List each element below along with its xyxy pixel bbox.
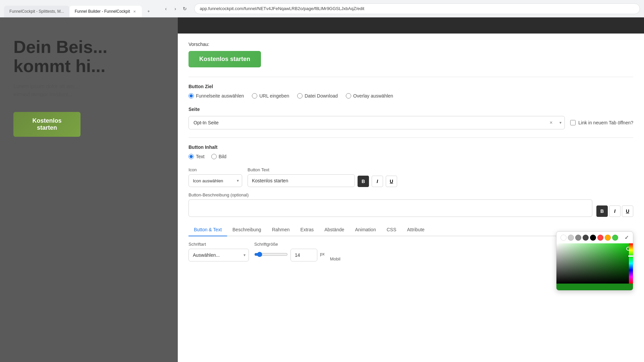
tab-abstaende[interactable]: Abstände <box>319 224 350 236</box>
tab-button-text[interactable]: Button & Text <box>189 224 227 236</box>
refresh-button[interactable]: ↻ <box>181 5 189 13</box>
option-url-label: URL eingeben <box>259 93 289 99</box>
chevron-down-icon[interactable]: ▾ <box>559 120 561 125</box>
slider-wrapper <box>254 252 288 258</box>
url-text: app.funnelcockpit.com/funnel/NETv4JFeNqa… <box>200 6 365 11</box>
beschreibung-label: Button-Beschreibung (optional) <box>189 192 633 197</box>
swatch-red[interactable] <box>597 235 603 241</box>
px-label: px <box>320 251 325 256</box>
tab-attribute[interactable]: Attribute <box>401 224 430 236</box>
option-text[interactable]: Text <box>189 154 205 159</box>
desc-format-btns: B I U <box>596 205 633 217</box>
divider-1 <box>189 77 633 77</box>
new-tab-label: Link in neuem Tab öffnen? <box>578 120 633 125</box>
color-picker: ✓ <box>556 231 633 291</box>
seite-title: Seite <box>189 107 633 112</box>
button-inhalt-section: Button Inhalt Text Bild <box>189 144 633 159</box>
option-url[interactable]: URL eingeben <box>252 93 289 99</box>
swatch-white[interactable] <box>560 235 567 241</box>
button-text-input[interactable] <box>248 174 355 187</box>
option-bild-label: Bild <box>219 154 226 159</box>
funnel-preview-content: Dein Beis...kommt hi... Lorem ipsum dolo… <box>0 17 178 157</box>
icon-select[interactable]: Icon auswählen <box>189 174 242 187</box>
italic-button[interactable]: I <box>372 176 383 187</box>
funnel-cta-button[interactable]: Kostenlos starten <box>13 112 80 137</box>
option-datei[interactable]: Datei Download <box>297 93 338 99</box>
tab-extras[interactable]: Extras <box>295 224 319 236</box>
schriftart-select[interactable]: Auswählen... <box>189 249 249 261</box>
preview-button[interactable]: Kostenlos starten <box>189 51 261 67</box>
button-text-inline: B I U <box>248 174 397 187</box>
button-ziel-options: Funnelseite auswählen URL eingeben Datei… <box>189 93 633 99</box>
color-swatches-row: ✓ <box>556 232 633 243</box>
swatch-green[interactable] <box>612 235 618 241</box>
option-overlay-label: Overlay auswählen <box>353 93 393 99</box>
forward-button[interactable]: › <box>171 5 179 13</box>
tab-animation[interactable]: Animation <box>350 224 381 236</box>
browser-chrome: FunnelCockpit - Splittests, M... Funnel … <box>0 0 644 17</box>
swatch-light-gray[interactable] <box>568 235 574 241</box>
settings-topbar <box>178 17 644 34</box>
option-bild[interactable]: Bild <box>211 154 226 159</box>
hue-handle[interactable] <box>628 255 633 257</box>
bold-button[interactable]: B <box>358 176 369 187</box>
option-funnelseite[interactable]: Funnelseite auswählen <box>189 93 244 99</box>
seite-select[interactable]: Opt-In Seite <box>189 116 565 129</box>
desc-underline-button[interactable]: U <box>622 205 633 217</box>
swatch-orange[interactable] <box>605 235 611 241</box>
icon-group: Icon Icon auswählen ▾ <box>189 167 242 187</box>
button-text-group: Button Text B I U <box>248 167 397 187</box>
size-slider[interactable] <box>254 252 288 257</box>
option-funnelseite-label: Funnelseite auswählen <box>196 93 244 99</box>
hue-bar[interactable] <box>629 243 633 284</box>
tab-rahmen[interactable]: Rahmen <box>267 224 295 236</box>
funnel-title: Dein Beis...kommt hi... <box>13 38 164 76</box>
tab-bar: FunnelCockpit - Splittests, M... Funnel … <box>4 0 155 17</box>
swatch-gray[interactable] <box>575 235 581 241</box>
desc-italic-button[interactable]: I <box>609 205 621 217</box>
tab-css[interactable]: CSS <box>381 224 402 236</box>
schriftart-chevron-icon: ▾ <box>244 253 246 257</box>
color-picker-bottom <box>556 284 633 290</box>
clear-icon[interactable]: ✕ <box>549 120 553 125</box>
settings-panel: Vorschau: Kostenlos starten Button Ziel … <box>178 17 644 362</box>
tab-1[interactable]: FunnelCockpit - Splittests, M... <box>4 6 69 17</box>
icon-text-row: Icon Icon auswählen ▾ Button Text B I <box>189 167 633 187</box>
button-text-label: Button Text <box>248 167 397 172</box>
color-gradient[interactable] <box>556 243 633 284</box>
swatch-dark-gray[interactable] <box>583 235 589 241</box>
option-datei-label: Datei Download <box>305 93 338 99</box>
nav-controls: ‹ › ↻ <box>162 5 189 13</box>
color-gradient-area <box>556 243 633 284</box>
new-tab-checkbox[interactable] <box>570 120 576 125</box>
checkmark-icon: ✓ <box>625 234 629 241</box>
size-input[interactable] <box>290 249 317 261</box>
swatch-black[interactable] <box>590 235 596 241</box>
tab-2[interactable]: Funnel Builder - FunnelCockpit ✕ <box>69 6 142 17</box>
tab-beschreibung[interactable]: Beschreibung <box>227 224 267 236</box>
button-ziel-title: Button Ziel <box>189 84 633 89</box>
main-area: Dein Beis...kommt hi... Lorem ipsum dolo… <box>0 17 644 362</box>
preview-section: Vorschau: Kostenlos starten <box>189 42 633 67</box>
desc-bold-button[interactable]: B <box>596 205 608 217</box>
underline-button[interactable]: U <box>386 176 397 187</box>
seite-select-wrapper: Opt-In Seite ✕ ▾ <box>189 116 565 129</box>
seite-section: Seite Opt-In Seite ✕ ▾ Link in neuem Tab… <box>189 107 633 129</box>
tab-2-label: Funnel Builder - FunnelCockpit <box>75 9 130 14</box>
back-button[interactable]: ‹ <box>162 5 170 13</box>
close-icon[interactable]: ✕ <box>132 9 137 14</box>
schriftart-label: Schriftart <box>189 242 249 247</box>
beschreibung-textarea[interactable] <box>189 199 592 217</box>
button-inhalt-options: Text Bild <box>189 154 633 159</box>
new-tab-button[interactable]: + <box>142 6 155 17</box>
address-bar[interactable]: app.funnelcockpit.com/funnel/NETv4JFeNqa… <box>194 3 640 14</box>
button-inhalt-title: Button Inhalt <box>189 144 633 150</box>
mobil-label: Mobil <box>330 256 340 261</box>
beschreibung-row: Button-Beschreibung (optional) B I U <box>189 192 633 217</box>
schriftart-group: Schriftart Auswählen... ▾ <box>189 242 249 261</box>
preview-label: Vorschau: <box>189 42 633 47</box>
seite-value: Opt-In Seite <box>194 120 219 125</box>
option-overlay[interactable]: Overlay auswählen <box>346 93 393 99</box>
schriftgroesse-label: Schriftgröße <box>254 242 325 247</box>
desc-row: B I U <box>189 199 633 217</box>
